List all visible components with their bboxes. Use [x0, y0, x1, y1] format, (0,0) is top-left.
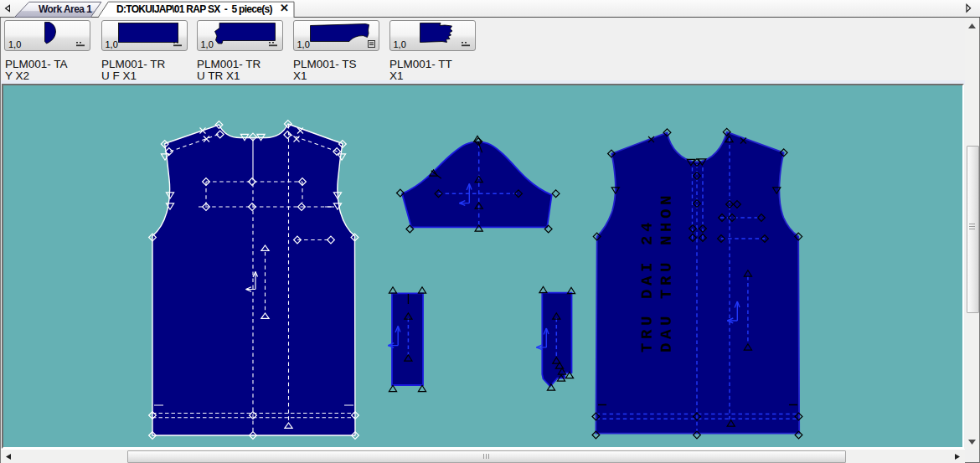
svg-text:DAU TRU NHON: DAU TRU NHON	[658, 192, 676, 352]
svg-text:TRU DAI 24: TRU DAI 24	[638, 219, 657, 352]
